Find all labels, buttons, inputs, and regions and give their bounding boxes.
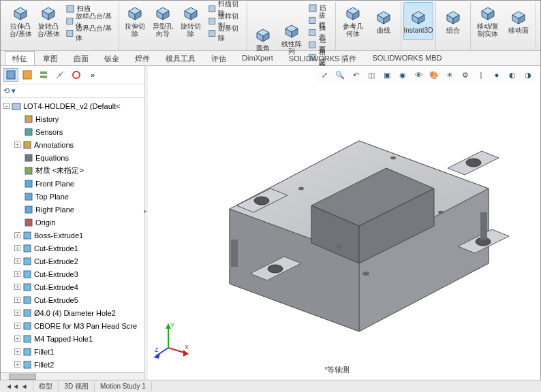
tree-item-right[interactable]: Right Plane [14, 203, 143, 216]
tab-surface[interactable]: 曲面 [66, 51, 96, 65]
ribbon-rev-cut[interactable]: 旋转切除 [177, 2, 204, 40]
tab-evaluate[interactable]: 评估 [204, 51, 234, 65]
svg-rect-19 [208, 18, 215, 24]
tree-item-top[interactable]: Top Plane [14, 190, 143, 203]
headsup-apply-scene[interactable]: ☀ [443, 69, 457, 81]
property-manager-tab[interactable] [20, 68, 35, 82]
ribbon-boss-extrude[interactable]: 拉伸凸台/基体 [7, 2, 34, 40]
headsup-hide-show[interactable]: 👁 [412, 69, 425, 81]
feature-tree[interactable]: −LOT4-HOLDER_v2 (Default<HistorySensors+… [1, 98, 144, 372]
headsup-zoom-window[interactable]: 🔍 [333, 69, 347, 81]
tab-dimxpert[interactable]: DimXpert [234, 51, 281, 65]
view-triad[interactable]: Y X Z [153, 322, 190, 359]
svg-point-95 [390, 157, 396, 160]
ribbon-combine[interactable]: 组合 [438, 2, 468, 40]
tree-item-equations[interactable]: Equations [14, 151, 143, 164]
tab-sw-addins[interactable]: SOLIDWORKS 插件 [281, 51, 365, 65]
svg-rect-18 [208, 6, 215, 12]
svg-rect-100 [480, 212, 487, 240]
ribbon-curves[interactable]: 曲线 [369, 2, 399, 40]
svg-marker-106 [153, 353, 160, 359]
ribbon-ref-geom[interactable]: 参考几何体 [338, 2, 368, 40]
tab-sheetmetal[interactable]: 钣金 [97, 51, 127, 65]
ribbon-boundary-cut[interactable]: 边界切除 [206, 27, 245, 39]
bottom-tab-motion[interactable]: Motion Study 1 [95, 381, 152, 391]
display-manager-tab[interactable] [69, 68, 84, 82]
tree-item-front[interactable]: Front Plane [14, 177, 143, 190]
ribbon: 拉伸凸台/基体旋转凸台/基体扫描放样凸台/基体边界凸台/基体拉伸切除异型孔向导旋… [1, 1, 540, 51]
ribbon-cut-extrude[interactable]: 拉伸切除 [121, 2, 149, 40]
tree-item-h1[interactable]: +Ø4.0 (4) Diameter Hole2 [14, 306, 143, 319]
tree-item-f1[interactable]: +Fillet1 [14, 345, 143, 358]
svg-rect-71 [24, 271, 31, 278]
svg-rect-27 [309, 5, 316, 12]
headsup-edit-appearance[interactable]: 🎨 [427, 69, 441, 81]
tree-item-be1[interactable]: +Boss-Extrude1 [14, 229, 143, 242]
ribbon-move-copy[interactable]: 移动/复制实体 [473, 2, 503, 40]
svg-rect-68 [24, 232, 31, 239]
tree-item-ce4[interactable]: +Cut-Extrude4 [14, 280, 143, 293]
svg-text:X: X [185, 344, 189, 350]
command-manager-tabs: 特征草图曲面钣金焊件模具工具评估DimXpertSOLIDWORKS 插件SOL… [1, 51, 540, 66]
headsup-prev-view[interactable]: ↶ [349, 69, 362, 81]
svg-rect-75 [24, 323, 31, 329]
ribbon-move-face[interactable]: 移动面 [504, 2, 534, 40]
ribbon-instant3d[interactable]: Instant3D [403, 2, 433, 40]
tab-weldments[interactable]: 焊件 [127, 51, 157, 65]
tree-item-origin[interactable]: Origin [14, 216, 143, 229]
tab-sw-mbd[interactable]: SOLIDWORKS MBD [365, 51, 449, 65]
svg-rect-60 [25, 129, 32, 135]
svg-rect-29 [309, 29, 315, 35]
headsup-view-orient[interactable]: ▣ [380, 69, 394, 81]
svg-rect-99 [231, 240, 238, 267]
tab-sketch[interactable]: 草图 [35, 51, 65, 65]
graphics-viewport[interactable]: ⤢🔍↶◫▣◉👁🎨☀⚙|●◐◑ [148, 66, 540, 380]
ribbon-rev-boss[interactable]: 旋转凸台/基体 [35, 2, 62, 40]
headsup-render[interactable]: ● [490, 69, 504, 81]
tree-item-ce3[interactable]: +Cut-Extrude3 [14, 267, 143, 280]
headsup-render3[interactable]: ◑ [521, 69, 535, 81]
svg-point-96 [438, 211, 444, 214]
tree-item-f2[interactable]: +Fillet2 [14, 358, 143, 371]
tree-item-sensors[interactable]: Sensors [14, 125, 143, 138]
tree-item-history[interactable]: History [14, 112, 143, 125]
tree-item-ce2[interactable]: +Cut-Extrude2 [14, 255, 143, 267]
headsup-section-view[interactable]: ◫ [365, 69, 378, 81]
svg-rect-74 [24, 310, 31, 316]
svg-point-97 [336, 245, 341, 248]
headsup-zoom-fit[interactable]: ⤢ [318, 69, 331, 81]
tree-toolbar-icon[interactable]: ⟲ ▾ [3, 86, 16, 95]
feature-manager-tab[interactable] [3, 68, 18, 82]
svg-text:Z: Z [155, 346, 159, 353]
tree-item-annotations[interactable]: +Annotations [14, 138, 143, 151]
dimxpert-manager-tab[interactable] [52, 68, 67, 82]
tab-features[interactable]: 特征 [5, 51, 35, 65]
svg-rect-62 [25, 154, 32, 161]
tree-root[interactable]: −LOT4-HOLDER_v2 (Default< [3, 99, 143, 112]
svg-rect-73 [24, 297, 31, 304]
tree-item-ce1[interactable]: +Cut-Extrude1 [14, 242, 143, 255]
heads-up-toolbar: ⤢🔍↶◫▣◉👁🎨☀⚙|●◐◑ [316, 67, 536, 82]
svg-rect-28 [309, 17, 315, 23]
tab-nav-prev[interactable]: ◄◄ ◄ [0, 381, 33, 391]
configuration-manager-tab[interactable] [36, 68, 51, 82]
svg-text:Y: Y [170, 322, 174, 329]
ribbon-boundary-boss[interactable]: 边界凸台/基体 [63, 27, 117, 39]
ribbon-hole-wizard[interactable]: 异型孔向导 [149, 2, 176, 40]
svg-rect-70 [24, 258, 31, 265]
tree-item-h2[interactable]: +CBORE for M3 Pan Head Scre [14, 319, 143, 332]
headsup-display-style[interactable]: ◉ [396, 69, 409, 81]
bottom-tab-model[interactable]: 模型 [33, 380, 59, 393]
view-name-label: *等轴测 [324, 365, 350, 375]
headsup-render2[interactable]: ◐ [506, 69, 519, 81]
headsup-view-settings[interactable]: ⚙ [459, 69, 472, 81]
extra-manager-tab[interactable]: » [85, 68, 100, 82]
tab-mold[interactable]: 模具工具 [158, 51, 203, 65]
tree-item-h3[interactable]: +M4 Tapped Hole1 [14, 332, 143, 345]
svg-rect-51 [7, 71, 15, 79]
svg-rect-67 [25, 219, 32, 226]
bottom-tab-3dview[interactable]: 3D 视图 [59, 380, 95, 393]
tree-item-ce5[interactable]: +Cut-Extrude5 [14, 293, 143, 306]
tree-item-material[interactable]: 材质 <未指定> [14, 164, 143, 177]
headsup-sep: | [474, 69, 488, 81]
